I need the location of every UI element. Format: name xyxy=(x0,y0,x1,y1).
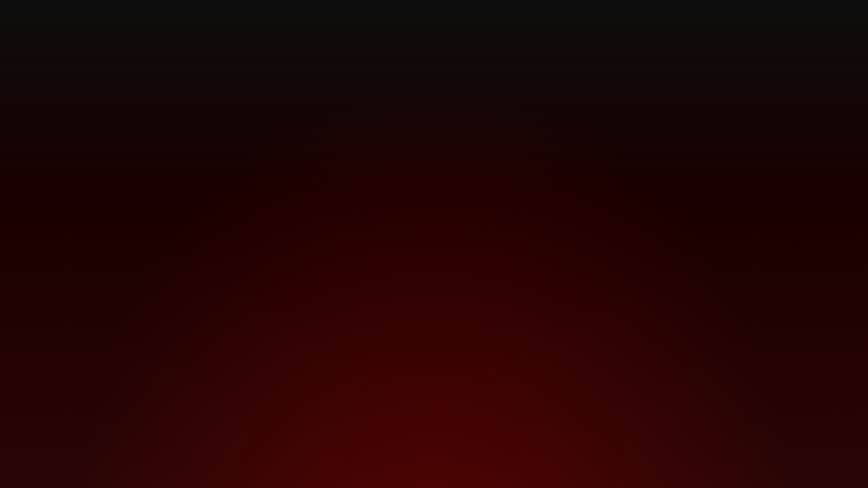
background-overlay xyxy=(0,0,868,488)
